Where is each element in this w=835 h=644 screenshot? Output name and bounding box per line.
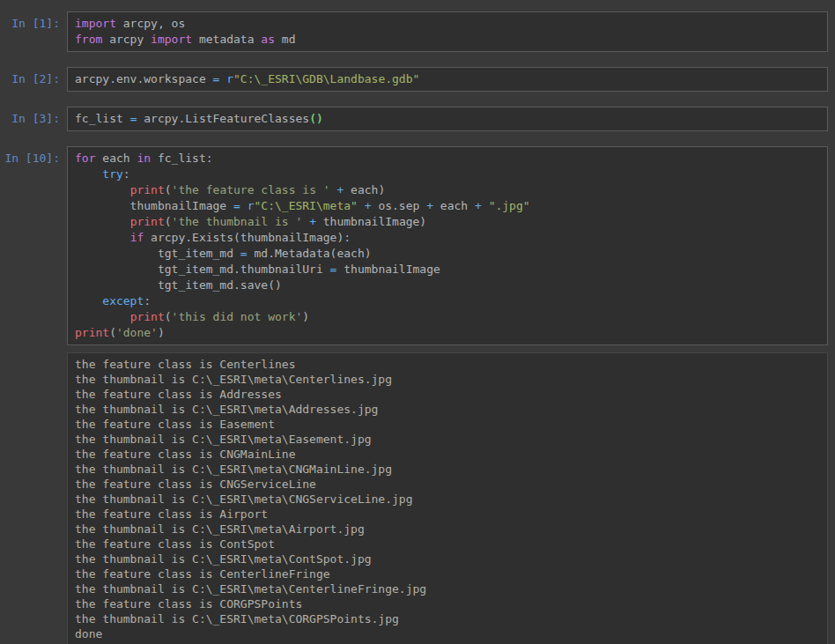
code-cell: In [10]:for each in fc_list: try: print(… xyxy=(0,146,835,345)
input-prompt: In [1]: xyxy=(0,11,67,52)
code-line: if arcpy.Exists(thumbnailImage): xyxy=(75,230,820,246)
code-line: arcpy.env.workspace = r"C:\_ESRI\GDB\Lan… xyxy=(75,71,820,87)
code-input[interactable]: for each in fc_list: try: print('the fea… xyxy=(67,146,828,345)
output-line: done xyxy=(75,626,820,641)
code-input[interactable]: import arcpy, osfrom arcpy import metada… xyxy=(67,11,828,52)
output-line: the feature class is CNGServiceLine xyxy=(75,477,820,492)
output-line: the feature class is CenterlineFringe xyxy=(75,566,820,581)
output-prompt-spacer xyxy=(0,352,67,644)
code-line: import arcpy, os xyxy=(75,16,820,32)
code-cell: In [3]:fc_list = arcpy.ListFeatureClasse… xyxy=(0,107,835,131)
output-line: the thumbnail is C:\_ESRI\meta\Airport.j… xyxy=(75,522,820,537)
output-line: the feature class is CNGMainLine xyxy=(75,447,820,462)
output-line: the thumbnail is C:\_ESRI\meta\Easement.… xyxy=(75,432,820,447)
output-line: the thumbnail is C:\_ESRI\meta\Centerlin… xyxy=(75,372,820,387)
output-line: the feature class is Addresses xyxy=(75,387,820,402)
code-cell: In [1]:import arcpy, osfrom arcpy import… xyxy=(0,11,835,52)
notebook: In [1]:import arcpy, osfrom arcpy import… xyxy=(0,0,835,644)
output-line: the feature class is Easement xyxy=(75,417,820,432)
output-line: the feature class is CORGPSPoints xyxy=(75,596,820,611)
output-line: the thumbnail is C:\_ESRI\meta\ContSpot.… xyxy=(75,551,820,566)
code-line: print('the thumbnail is ' + thumbnailIma… xyxy=(75,214,820,230)
code-line: print('this did not work') xyxy=(75,309,820,325)
code-line: thumbnailImage = r"C:\_ESRI\meta" + os.s… xyxy=(75,198,820,214)
code-input[interactable]: arcpy.env.workspace = r"C:\_ESRI\GDB\Lan… xyxy=(67,67,828,92)
code-cell: In [2]:arcpy.env.workspace = r"C:\_ESRI\… xyxy=(0,67,835,92)
code-line: for each in fc_list: xyxy=(75,151,820,167)
code-line: tgt_item_md = md.Metadata(each) xyxy=(75,246,820,262)
code-line: try: xyxy=(75,167,820,182)
output-line: the feature class is Centerlines xyxy=(75,357,820,372)
code-line: tgt_item_md.save() xyxy=(75,278,820,293)
output-line: the thumbnail is C:\_ESRI\meta\CNGMainLi… xyxy=(75,462,820,477)
output-line: the thumbnail is C:\_ESRI\meta\Addresses… xyxy=(75,402,820,417)
output-line: the feature class is ContSpot xyxy=(75,537,820,551)
code-input[interactable]: fc_list = arcpy.ListFeatureClasses() xyxy=(67,107,828,131)
code-line: print('done') xyxy=(75,325,820,341)
cell-output: the feature class is Centerlinesthe thum… xyxy=(0,352,835,644)
output-line: the thumbnail is C:\_ESRI\meta\CNGServic… xyxy=(75,492,820,507)
code-line: tgt_item_md.thumbnailUri = thumbnailImag… xyxy=(75,262,820,278)
code-line: from arcpy import metadata as md xyxy=(75,32,820,48)
output-line: the thumbnail is C:\_ESRI\meta\Centerlin… xyxy=(75,581,820,596)
code-line: print('the feature class is ' + each) xyxy=(75,182,820,198)
output-line: the feature class is Airport xyxy=(75,507,820,522)
output-area: the feature class is Centerlinesthe thum… xyxy=(67,352,828,644)
input-prompt: In [2]: xyxy=(0,67,67,92)
output-line: the thumbnail is C:\_ESRI\meta\CORGPSPoi… xyxy=(75,611,820,626)
code-line: fc_list = arcpy.ListFeatureClasses() xyxy=(75,111,820,127)
input-prompt: In [3]: xyxy=(0,107,67,131)
input-prompt: In [10]: xyxy=(0,146,67,345)
code-line: except: xyxy=(75,293,820,309)
